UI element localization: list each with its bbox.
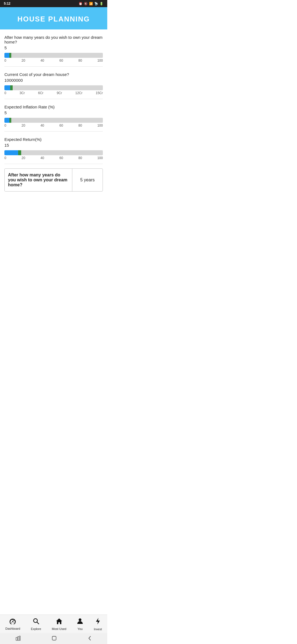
result-card: After how many years do you wish to own … <box>4 168 103 192</box>
years-slider-blue <box>4 53 9 58</box>
return-slider-labels: 0 20 40 60 80 100 <box>4 156 103 160</box>
years-slider-green <box>9 53 11 58</box>
cost-slider-blue <box>4 85 10 90</box>
years-value: 5 <box>4 45 103 50</box>
inflation-section: Expected Inflation Rate (%) 5 0 20 40 60… <box>4 99 103 132</box>
cost-value: 10000000 <box>4 78 103 83</box>
years-slider-labels: 0 20 40 60 80 100 <box>4 59 103 62</box>
inflation-slider[interactable]: 0 20 40 60 80 100 <box>4 118 103 127</box>
return-value: 15 <box>4 143 103 148</box>
inflation-label: Expected Inflation Rate (%) <box>4 105 103 109</box>
time: 5:12 <box>4 2 10 6</box>
page-title: HOUSE PLANNING <box>4 15 103 23</box>
inflation-slider-track[interactable] <box>4 118 103 123</box>
mute-icon: 🔇 <box>84 2 88 6</box>
return-slider-green <box>18 150 21 155</box>
cost-label: Current Cost of your dream house? <box>4 72 103 77</box>
main-content: After how many years do you wish to own … <box>0 29 107 226</box>
signal-icon: 📡 <box>94 2 98 6</box>
battery-icon: 🔋 <box>100 2 103 6</box>
result-card-value: 5 years <box>72 169 103 191</box>
cost-slider-green <box>10 85 13 90</box>
inflation-slider-green <box>9 118 11 123</box>
return-section: Expected Return(%) 15 0 20 40 60 80 100 <box>4 132 103 164</box>
return-slider-blue <box>4 150 18 155</box>
return-slider[interactable]: 0 20 40 60 80 100 <box>4 150 103 160</box>
cost-slider[interactable]: 0 3Cr 6Cr 9Cr 12Cr 15Cr <box>4 85 103 95</box>
wifi-icon: 📶 <box>89 2 93 6</box>
years-label: After how many years do you wish to own … <box>4 35 103 44</box>
return-label: Expected Return(%) <box>4 137 103 142</box>
inflation-slider-blue <box>4 118 9 123</box>
years-slider[interactable]: 0 20 40 60 80 100 <box>4 53 103 62</box>
result-card-question: After how many years do you wish to own … <box>5 169 72 191</box>
return-slider-track[interactable] <box>4 150 103 155</box>
alarm-icon: ⏰ <box>79 2 82 6</box>
cost-slider-track[interactable] <box>4 85 103 90</box>
years-section: After how many years do you wish to own … <box>4 29 103 67</box>
inflation-value: 5 <box>4 110 103 115</box>
inflation-slider-labels: 0 20 40 60 80 100 <box>4 124 103 127</box>
page-header: HOUSE PLANNING <box>0 7 107 29</box>
status-icons: ⏰ 🔇 📶 📡 🔋 <box>79 2 103 6</box>
cost-section: Current Cost of your dream house? 100000… <box>4 67 103 99</box>
status-bar: 5:12 ⏰ 🔇 📶 📡 🔋 <box>0 0 107 7</box>
cost-slider-labels: 0 3Cr 6Cr 9Cr 12Cr 15Cr <box>4 91 103 95</box>
years-slider-track[interactable] <box>4 53 103 58</box>
